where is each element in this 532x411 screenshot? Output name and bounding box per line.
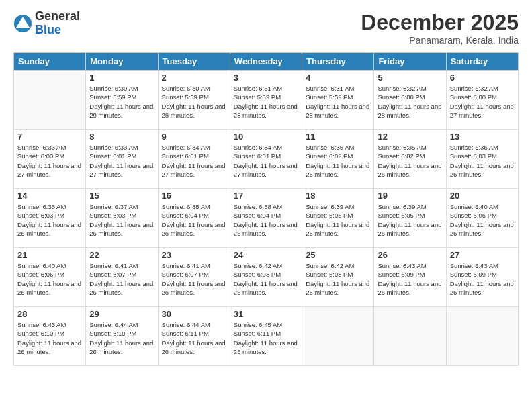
day-number: 1 [89, 73, 154, 83]
day-info: Sunrise: 6:43 AMSunset: 6:09 PMDaylight:… [378, 261, 442, 297]
day-info: Sunrise: 6:35 AMSunset: 6:02 PMDaylight:… [306, 143, 370, 179]
table-row: 21Sunrise: 6:40 AMSunset: 6:06 PMDayligh… [14, 248, 86, 307]
title-section: December 2025 Panamaram, Kerala, India [361, 10, 519, 46]
header-monday: Monday [86, 53, 158, 71]
day-number: 31 [234, 309, 298, 319]
logo-blue-text: Blue [35, 24, 80, 37]
table-row [446, 307, 518, 366]
table-row: 12Sunrise: 6:35 AMSunset: 6:02 PMDayligh… [374, 130, 446, 189]
table-row: 10Sunrise: 6:34 AMSunset: 6:01 PMDayligh… [230, 130, 302, 189]
day-number: 28 [17, 309, 82, 319]
day-number: 25 [306, 250, 370, 260]
table-row: 25Sunrise: 6:42 AMSunset: 6:08 PMDayligh… [302, 248, 374, 307]
logo: General Blue [13, 10, 80, 37]
header-wednesday: Wednesday [230, 53, 302, 71]
day-number: 17 [234, 191, 298, 201]
day-info: Sunrise: 6:40 AMSunset: 6:06 PMDaylight:… [450, 202, 515, 238]
header-thursday: Thursday [302, 53, 374, 71]
day-number: 19 [378, 191, 442, 201]
day-info: Sunrise: 6:35 AMSunset: 6:02 PMDaylight:… [378, 143, 442, 179]
day-info: Sunrise: 6:43 AMSunset: 6:09 PMDaylight:… [450, 261, 515, 297]
location: Panamaram, Kerala, India [361, 35, 519, 46]
table-row [302, 307, 374, 366]
day-number: 3 [234, 73, 298, 83]
day-number: 2 [162, 73, 226, 83]
day-info: Sunrise: 6:34 AMSunset: 6:01 PMDaylight:… [234, 143, 298, 179]
day-number: 8 [89, 132, 154, 142]
day-info: Sunrise: 6:32 AMSunset: 6:00 PMDaylight:… [378, 84, 442, 120]
table-row: 24Sunrise: 6:42 AMSunset: 6:08 PMDayligh… [230, 248, 302, 307]
day-info: Sunrise: 6:31 AMSunset: 5:59 PMDaylight:… [306, 84, 370, 120]
calendar-week-row: 28Sunrise: 6:43 AMSunset: 6:10 PMDayligh… [14, 307, 519, 366]
day-number: 30 [162, 309, 226, 319]
day-number: 9 [162, 132, 226, 142]
day-number: 7 [17, 132, 82, 142]
logo-text: General Blue [35, 10, 80, 37]
table-row: 11Sunrise: 6:35 AMSunset: 6:02 PMDayligh… [302, 130, 374, 189]
day-number: 11 [306, 132, 370, 142]
table-row: 31Sunrise: 6:45 AMSunset: 6:11 PMDayligh… [230, 307, 302, 366]
table-row: 5Sunrise: 6:32 AMSunset: 6:00 PMDaylight… [374, 71, 446, 130]
logo-icon [13, 14, 32, 33]
calendar-table: Sunday Monday Tuesday Wednesday Thursday… [13, 52, 519, 366]
day-info: Sunrise: 6:33 AMSunset: 6:00 PMDaylight:… [17, 143, 82, 179]
day-info: Sunrise: 6:39 AMSunset: 6:05 PMDaylight:… [306, 202, 370, 238]
day-number: 14 [17, 191, 82, 201]
day-number: 21 [17, 250, 82, 260]
table-row: 20Sunrise: 6:40 AMSunset: 6:06 PMDayligh… [446, 189, 518, 248]
day-info: Sunrise: 6:41 AMSunset: 6:07 PMDaylight:… [162, 261, 226, 297]
day-info: Sunrise: 6:44 AMSunset: 6:10 PMDaylight:… [89, 320, 154, 356]
day-number: 26 [378, 250, 442, 260]
logo-general-text: General [35, 10, 80, 24]
day-info: Sunrise: 6:37 AMSunset: 6:03 PMDaylight:… [89, 202, 154, 238]
day-info: Sunrise: 6:42 AMSunset: 6:08 PMDaylight:… [234, 261, 298, 297]
day-info: Sunrise: 6:44 AMSunset: 6:11 PMDaylight:… [162, 320, 226, 356]
table-row: 8Sunrise: 6:33 AMSunset: 6:01 PMDaylight… [86, 130, 158, 189]
day-number: 23 [162, 250, 226, 260]
table-row: 30Sunrise: 6:44 AMSunset: 6:11 PMDayligh… [158, 307, 230, 366]
day-number: 5 [378, 73, 442, 83]
day-info: Sunrise: 6:31 AMSunset: 5:59 PMDaylight:… [234, 84, 298, 120]
weekday-header-row: Sunday Monday Tuesday Wednesday Thursday… [14, 53, 519, 71]
table-row: 27Sunrise: 6:43 AMSunset: 6:09 PMDayligh… [446, 248, 518, 307]
table-row: 6Sunrise: 6:32 AMSunset: 6:00 PMDaylight… [446, 71, 518, 130]
header-sunday: Sunday [14, 53, 86, 71]
day-info: Sunrise: 6:42 AMSunset: 6:08 PMDaylight:… [306, 261, 370, 297]
table-row: 7Sunrise: 6:33 AMSunset: 6:00 PMDaylight… [14, 130, 86, 189]
day-info: Sunrise: 6:41 AMSunset: 6:07 PMDaylight:… [89, 261, 154, 297]
table-row: 23Sunrise: 6:41 AMSunset: 6:07 PMDayligh… [158, 248, 230, 307]
table-row: 1Sunrise: 6:30 AMSunset: 5:59 PMDaylight… [86, 71, 158, 130]
calendar-week-row: 1Sunrise: 6:30 AMSunset: 5:59 PMDaylight… [14, 71, 519, 130]
day-info: Sunrise: 6:38 AMSunset: 6:04 PMDaylight:… [162, 202, 226, 238]
day-number: 12 [378, 132, 442, 142]
day-info: Sunrise: 6:45 AMSunset: 6:11 PMDaylight:… [234, 320, 298, 356]
calendar-week-row: 21Sunrise: 6:40 AMSunset: 6:06 PMDayligh… [14, 248, 519, 307]
table-row: 16Sunrise: 6:38 AMSunset: 6:04 PMDayligh… [158, 189, 230, 248]
day-info: Sunrise: 6:40 AMSunset: 6:06 PMDaylight:… [17, 261, 82, 297]
day-number: 16 [162, 191, 226, 201]
header: General Blue December 2025 Panamaram, Ke… [13, 10, 519, 46]
day-number: 13 [450, 132, 515, 142]
day-number: 22 [89, 250, 154, 260]
day-number: 4 [306, 73, 370, 83]
header-saturday: Saturday [446, 53, 518, 71]
day-number: 24 [234, 250, 298, 260]
table-row: 18Sunrise: 6:39 AMSunset: 6:05 PMDayligh… [302, 189, 374, 248]
day-info: Sunrise: 6:38 AMSunset: 6:04 PMDaylight:… [234, 202, 298, 238]
table-row: 9Sunrise: 6:34 AMSunset: 6:01 PMDaylight… [158, 130, 230, 189]
month-title: December 2025 [361, 10, 519, 35]
day-info: Sunrise: 6:33 AMSunset: 6:01 PMDaylight:… [89, 143, 154, 179]
table-row: 4Sunrise: 6:31 AMSunset: 5:59 PMDaylight… [302, 71, 374, 130]
table-row: 19Sunrise: 6:39 AMSunset: 6:05 PMDayligh… [374, 189, 446, 248]
day-number: 6 [450, 73, 515, 83]
day-info: Sunrise: 6:30 AMSunset: 5:59 PMDaylight:… [89, 84, 154, 120]
calendar-week-row: 14Sunrise: 6:36 AMSunset: 6:03 PMDayligh… [14, 189, 519, 248]
table-row: 13Sunrise: 6:36 AMSunset: 6:03 PMDayligh… [446, 130, 518, 189]
day-number: 18 [306, 191, 370, 201]
day-info: Sunrise: 6:43 AMSunset: 6:10 PMDaylight:… [17, 320, 82, 356]
table-row: 15Sunrise: 6:37 AMSunset: 6:03 PMDayligh… [86, 189, 158, 248]
table-row: 26Sunrise: 6:43 AMSunset: 6:09 PMDayligh… [374, 248, 446, 307]
table-row [14, 71, 86, 130]
day-number: 27 [450, 250, 515, 260]
table-row: 28Sunrise: 6:43 AMSunset: 6:10 PMDayligh… [14, 307, 86, 366]
